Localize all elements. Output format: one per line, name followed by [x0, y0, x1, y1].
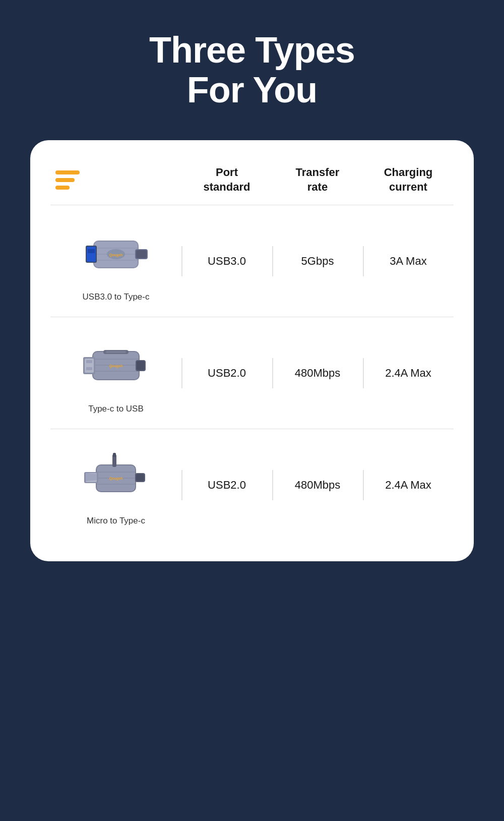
- col-charging-current: Charging current: [363, 165, 454, 194]
- svg-rect-7: [88, 249, 95, 253]
- port-standard-1: USB3.0: [181, 255, 272, 268]
- product-label-3: Micro to Type-c: [87, 516, 145, 526]
- product-cell-1: Qougsh USB3.0 to Type-c: [50, 220, 181, 302]
- svg-rect-19: [86, 360, 92, 363]
- table-row: Qougsh USB3.0 to Type-c USB3.0 5Gbps 3A …: [50, 205, 454, 317]
- table-row: Qougsh Micro to Type-c USB2.0 480Mbps 2.…: [50, 429, 454, 541]
- menu-icon: [50, 170, 181, 190]
- svg-marker-33: [86, 473, 97, 481]
- charging-current-1: 3A Max: [363, 255, 454, 268]
- adapter-usb3-typec-icon: Qougsh: [78, 223, 154, 283]
- svg-rect-9: [136, 250, 147, 258]
- table-row: Qougsh Type-c to USB USB2.0 480Mbps 2.4A…: [50, 317, 454, 429]
- comparison-card: Port standard Transfer rate Charging cur…: [30, 140, 474, 561]
- svg-text:Qougsh: Qougsh: [109, 477, 122, 481]
- svg-text:Qougsh: Qougsh: [109, 253, 122, 257]
- port-standard-3: USB2.0: [181, 479, 272, 492]
- svg-rect-6: [87, 247, 96, 262]
- product-cell-2: Qougsh Type-c to USB: [50, 332, 181, 414]
- transfer-rate-3: 480Mbps: [272, 479, 363, 492]
- charging-current-2: 2.4A Max: [363, 367, 454, 380]
- table-header: Port standard Transfer rate Charging cur…: [50, 160, 454, 204]
- svg-rect-22: [106, 351, 126, 353]
- port-standard-2: USB2.0: [181, 367, 272, 380]
- transfer-rate-2: 480Mbps: [272, 367, 363, 380]
- col-transfer-rate: Transfer rate: [272, 165, 363, 194]
- product-image-1: Qougsh: [76, 220, 156, 286]
- svg-rect-37: [136, 474, 144, 481]
- svg-text:Qougsh: Qougsh: [109, 364, 122, 368]
- svg-rect-20: [86, 367, 92, 370]
- product-label-2: Type-c to USB: [88, 404, 144, 414]
- product-image-3: Qougsh: [76, 444, 156, 510]
- product-image-2: Qougsh: [76, 332, 156, 398]
- svg-rect-35: [113, 453, 116, 457]
- page-title: Three Types For You: [149, 30, 355, 110]
- product-cell-3: Qougsh Micro to Type-c: [50, 444, 181, 526]
- charging-current-3: 2.4A Max: [363, 479, 454, 492]
- svg-rect-24: [137, 361, 145, 370]
- col-port-standard: Port standard: [181, 165, 272, 194]
- product-label-1: USB3.0 to Type-c: [83, 292, 150, 302]
- adapter-typec-usb-icon: Qougsh: [78, 335, 154, 395]
- transfer-rate-1: 5Gbps: [272, 255, 363, 268]
- adapter-micro-typec-icon: Qougsh: [78, 447, 154, 507]
